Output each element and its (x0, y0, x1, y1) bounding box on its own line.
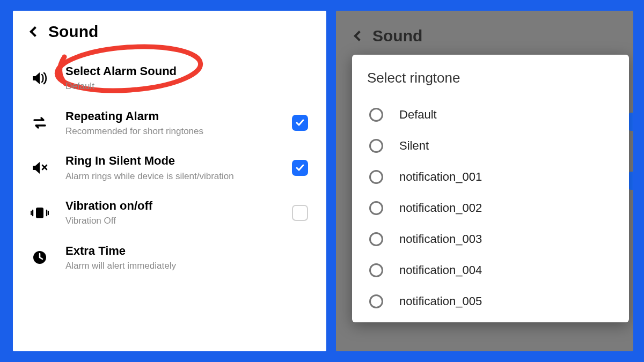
checkbox-repeating[interactable] (292, 115, 308, 131)
page-title: Sound (372, 27, 422, 45)
row-sub: Alarm will alert immediately (65, 260, 308, 271)
back-icon[interactable] (30, 26, 40, 37)
row-title: Vibration on/off (65, 199, 277, 213)
option-label: notification_005 (399, 294, 482, 308)
row-sub: Alarm rings while device is silent/vibra… (65, 171, 277, 182)
radio-icon (369, 170, 383, 184)
ringtone-option[interactable]: Default (367, 99, 614, 130)
sound-settings-panel: Sound Select Alarm Sound Default Repeati… (13, 11, 326, 351)
row-ring-silent-mode[interactable]: Ring In Silent Mode Alarm rings while de… (28, 145, 312, 190)
volume-icon (29, 70, 50, 86)
option-label: notification_003 (399, 232, 482, 246)
row-sub: Vibration Off (65, 215, 277, 226)
row-title: Ring In Silent Mode (65, 154, 277, 168)
checkbox-ring-silent[interactable] (292, 160, 308, 176)
option-label: Default (399, 108, 437, 122)
header-dimmed: Sound (336, 11, 633, 49)
row-sub: Default (65, 80, 308, 92)
select-ringtone-dialog: Select ringtone Default Silent notificat… (352, 55, 629, 322)
vibrate-icon (29, 206, 50, 220)
row-vibration[interactable]: Vibration on/off Vibration Off (28, 190, 312, 235)
mute-icon (29, 160, 50, 176)
repeat-icon (29, 116, 50, 130)
ringtone-option[interactable]: notification_001 (367, 161, 614, 193)
checkbox-vibration[interactable] (292, 205, 308, 221)
radio-icon (369, 108, 383, 122)
svg-rect-1 (36, 208, 43, 218)
row-select-alarm-sound[interactable]: Select Alarm Sound Default (28, 56, 312, 101)
dialog-title: Select ringtone (367, 70, 614, 86)
row-title: Extra Time (65, 244, 308, 258)
ringtone-option[interactable]: notification_004 (367, 255, 614, 286)
clock-icon (29, 250, 50, 265)
row-sub: Recommended for short ringtones (65, 125, 277, 137)
ringtone-option[interactable]: notification_002 (367, 193, 614, 224)
header: Sound (28, 23, 312, 41)
option-label: Silent (399, 139, 429, 153)
ringtone-select-panel: Sound Select ringtone Default Silent not… (336, 11, 633, 351)
option-label: notification_001 (399, 170, 482, 184)
ringtone-option[interactable]: notification_005 (367, 286, 614, 317)
radio-icon (369, 201, 383, 215)
ringtone-option[interactable]: Silent (367, 130, 614, 161)
row-title: Repeating Alarm (65, 109, 277, 123)
back-icon (354, 31, 364, 41)
row-extra-time[interactable]: Extra Time Alarm will alert immediately (28, 235, 312, 280)
radio-icon (369, 294, 383, 308)
option-label: notification_002 (399, 201, 482, 215)
page-title: Sound (48, 23, 98, 41)
row-repeating-alarm[interactable]: Repeating Alarm Recommended for short ri… (28, 101, 312, 146)
radio-icon (369, 263, 383, 277)
row-title: Select Alarm Sound (65, 64, 308, 78)
radio-icon (369, 232, 383, 246)
option-label: notification_004 (399, 263, 482, 277)
radio-icon (369, 139, 383, 153)
ringtone-option[interactable]: notification_003 (367, 224, 614, 255)
